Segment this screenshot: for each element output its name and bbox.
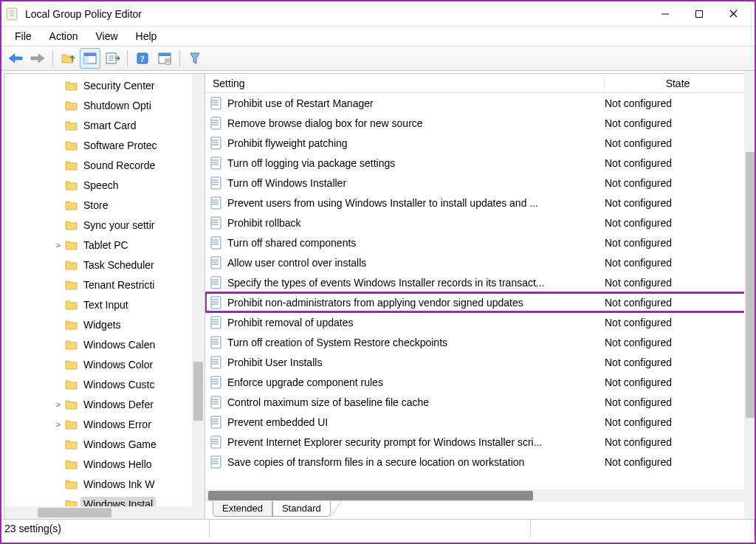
minimize-button[interactable] bbox=[648, 3, 682, 25]
svg-rect-15 bbox=[84, 53, 96, 56]
folder-icon bbox=[65, 159, 78, 171]
tree-item[interactable]: Store bbox=[65, 195, 205, 215]
tree-item[interactable]: Windows Ink W bbox=[65, 474, 205, 494]
menu-action[interactable]: Action bbox=[42, 29, 86, 44]
tree-item[interactable]: Task Scheduler bbox=[65, 255, 205, 275]
tree-item[interactable]: Speech bbox=[65, 175, 205, 195]
setting-row[interactable]: Prohibit User InstallsNot configured bbox=[205, 352, 752, 372]
details-panel: Setting State Prohibit use of Restart Ma… bbox=[205, 73, 752, 519]
setting-row[interactable]: Prohibit flyweight patchingNot configure… bbox=[205, 133, 752, 153]
up-button[interactable] bbox=[58, 48, 78, 69]
tree-item[interactable]: Windows Calen bbox=[65, 334, 205, 354]
tree-item[interactable]: Sync your settir bbox=[65, 215, 205, 235]
menu-help[interactable]: Help bbox=[128, 29, 165, 44]
titlebar: Local Group Policy Editor bbox=[1, 1, 755, 27]
setting-row[interactable]: Prohibit use of Restart ManagerNot confi… bbox=[205, 93, 752, 113]
forward-button[interactable] bbox=[27, 48, 48, 69]
settings-list: Prohibit use of Restart ManagerNot confi… bbox=[205, 93, 752, 489]
folder-icon bbox=[65, 319, 78, 331]
setting-row[interactable]: Prevent Internet Explorer security promp… bbox=[205, 432, 752, 452]
tree-item[interactable]: Windows Custc bbox=[65, 374, 205, 394]
tree-item-label: Windows Game bbox=[80, 437, 159, 452]
setting-row[interactable]: Save copies of transform files in a secu… bbox=[205, 452, 752, 472]
setting-row[interactable]: Turn off logging via package settingsNot… bbox=[205, 153, 752, 173]
toolbar-separator bbox=[127, 50, 128, 66]
setting-row[interactable]: Turn off Windows InstallerNot configured bbox=[205, 173, 752, 193]
tree-item[interactable]: >Tablet PC bbox=[65, 235, 205, 255]
filter-button[interactable] bbox=[185, 48, 205, 69]
folder-icon bbox=[65, 239, 78, 251]
tree-item[interactable]: Sound Recorde bbox=[65, 155, 205, 175]
folder-icon bbox=[65, 199, 78, 211]
svg-text:?: ? bbox=[140, 54, 145, 64]
tree-item-label: Windows Hello bbox=[80, 457, 155, 472]
setting-name: Prohibit removal of updates bbox=[227, 317, 353, 328]
chevron-right-icon[interactable]: > bbox=[53, 241, 63, 249]
back-button[interactable] bbox=[5, 48, 26, 69]
setting-state: Not configured bbox=[603, 416, 752, 428]
setting-row[interactable]: Prevent users from using Windows Install… bbox=[205, 193, 752, 213]
details-vertical-scrollbar[interactable] bbox=[744, 71, 756, 519]
tab-extended[interactable]: Extended bbox=[213, 501, 272, 517]
policy-icon bbox=[210, 296, 223, 309]
list-horizontal-scrollbar[interactable] bbox=[205, 489, 752, 502]
properties-button[interactable] bbox=[154, 48, 175, 69]
setting-row[interactable]: Remove browse dialog box for new sourceN… bbox=[205, 113, 752, 133]
tree-item[interactable]: Text Input bbox=[65, 295, 205, 314]
tree-item[interactable]: Widgets bbox=[65, 314, 205, 334]
tree-vertical-scrollbar[interactable] bbox=[192, 74, 205, 506]
tree-item[interactable]: Windows Hello bbox=[65, 454, 205, 474]
tree-item[interactable]: Security Center bbox=[65, 75, 205, 95]
chevron-right-icon[interactable]: > bbox=[53, 400, 63, 409]
setting-name: Prohibit User Installs bbox=[227, 357, 322, 368]
tree-panel: Security CenterShutdown OptiSmart CardSo… bbox=[4, 73, 205, 519]
folder-icon bbox=[65, 279, 78, 291]
tree-item[interactable]: Tenant Restricti bbox=[65, 275, 205, 295]
setting-state: Not configured bbox=[603, 117, 752, 129]
tree-item[interactable]: Windows Game bbox=[65, 434, 205, 454]
menu-view[interactable]: View bbox=[88, 29, 125, 44]
tree-item-label: Windows Defer bbox=[80, 397, 157, 412]
close-button[interactable] bbox=[716, 3, 750, 25]
policy-icon bbox=[210, 316, 223, 329]
menubar: File Action View Help bbox=[1, 27, 755, 46]
setting-row[interactable]: Prevent embedded UINot configured bbox=[205, 412, 752, 432]
setting-row[interactable]: Enforce upgrade component rulesNot confi… bbox=[205, 372, 752, 392]
folder-icon bbox=[65, 379, 78, 390]
menu-file[interactable]: File bbox=[7, 29, 39, 44]
tree-item[interactable]: Windows Color bbox=[65, 354, 205, 374]
help-button[interactable]: ? bbox=[132, 48, 153, 69]
tree-horizontal-scrollbar[interactable] bbox=[4, 506, 205, 519]
setting-row[interactable]: Turn off shared componentsNot configured bbox=[205, 233, 752, 252]
setting-row[interactable]: Allow user control over installsNot conf… bbox=[205, 252, 752, 272]
setting-row[interactable]: Prohibit removal of updatesNot configure… bbox=[205, 312, 752, 332]
policy-icon bbox=[210, 137, 223, 150]
tree-item-label: Tenant Restricti bbox=[80, 278, 157, 292]
maximize-button[interactable] bbox=[682, 3, 716, 25]
policy-icon bbox=[210, 216, 223, 230]
setting-row[interactable]: Specify the types of events Windows Inst… bbox=[205, 272, 752, 292]
svg-rect-16 bbox=[84, 56, 89, 63]
tree-item[interactable]: Software Protec bbox=[65, 135, 205, 155]
tab-standard[interactable]: Standard bbox=[272, 501, 331, 517]
tree-item[interactable]: >Windows Defer bbox=[65, 394, 205, 414]
tree-item[interactable]: >Windows Error bbox=[65, 414, 205, 434]
folder-icon bbox=[65, 478, 78, 490]
setting-name: Turn off Windows Installer bbox=[227, 177, 346, 189]
column-state[interactable]: State bbox=[605, 78, 752, 89]
column-setting[interactable]: Setting bbox=[205, 78, 605, 89]
setting-state: Not configured bbox=[603, 157, 752, 169]
chevron-right-icon[interactable]: > bbox=[53, 420, 63, 429]
policy-icon bbox=[210, 256, 223, 269]
tree-item[interactable]: Smart Card bbox=[65, 115, 205, 135]
setting-row[interactable]: Turn off creation of System Restore chec… bbox=[205, 332, 752, 352]
export-button[interactable] bbox=[102, 48, 123, 69]
tree-item[interactable]: Shutdown Opti bbox=[65, 95, 205, 115]
setting-row[interactable]: Prohibit rollbackNot configured bbox=[205, 213, 752, 233]
folder-icon bbox=[65, 179, 78, 191]
show-tree-button[interactable] bbox=[80, 48, 100, 69]
tree-item-label: Windows Error bbox=[80, 417, 154, 432]
toolbar-separator bbox=[52, 50, 53, 66]
setting-row[interactable]: Prohibit non-administrators from applyin… bbox=[205, 292, 752, 312]
setting-row[interactable]: Control maximum size of baseline file ca… bbox=[205, 392, 752, 412]
